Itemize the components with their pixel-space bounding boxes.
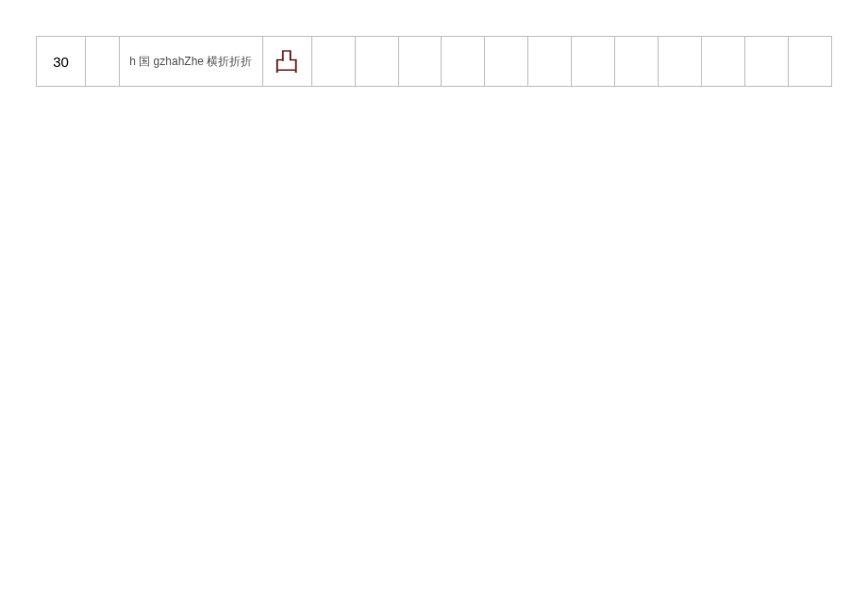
empty-cell: [615, 37, 659, 87]
empty-cell: [312, 37, 356, 87]
row-number: 30: [53, 54, 69, 70]
row-number-cell: 30: [37, 37, 86, 87]
empty-cell: [86, 37, 120, 87]
empty-cell: [572, 37, 615, 87]
empty-cell: [485, 37, 528, 87]
empty-cell: [528, 37, 572, 87]
glyph-char: 凸: [275, 45, 299, 78]
description-text: h 国 gzhahZhe 横折折折: [129, 53, 252, 70]
empty-cell: [399, 37, 442, 87]
description-cell: h 国 gzhahZhe 横折折折: [120, 37, 263, 87]
table-row: 30 h 国 gzhahZhe 横折折折 凸: [36, 36, 832, 87]
empty-cell: [659, 37, 702, 87]
empty-cell: [356, 37, 399, 87]
empty-cell: [745, 37, 789, 87]
glyph-cell: 凸: [263, 37, 312, 87]
empty-cell: [442, 37, 485, 87]
empty-cell: [702, 37, 745, 87]
empty-cell: [789, 37, 832, 87]
